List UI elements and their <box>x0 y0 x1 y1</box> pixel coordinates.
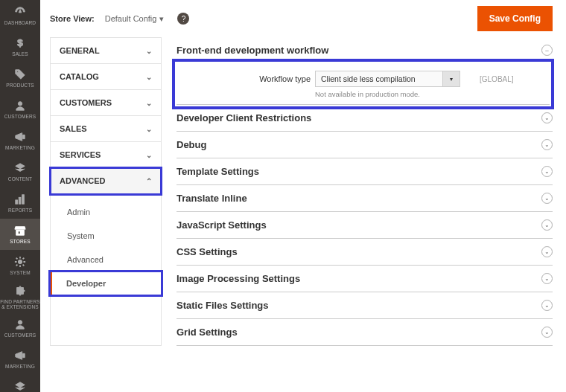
config-group-title: Front-end development workflow <box>177 45 328 56</box>
store-view-select[interactable]: Default Config ▾ <box>105 14 165 24</box>
nav-item-marketing2[interactable]: MARKETING <box>0 344 40 375</box>
collapse-icon[interactable]: – <box>541 45 553 56</box>
tree-section[interactable]: CUSTOMERS⌄ <box>51 90 161 116</box>
megaphone-icon <box>13 349 27 362</box>
config-field-row: Workflow typeClient side less compilatio… <box>225 66 550 91</box>
nav-item-label: MARKETING <box>5 364 35 370</box>
tree-section[interactable]: SALES⌄ <box>51 116 161 142</box>
config-group-title: JavaScript Settings <box>177 219 267 231</box>
megaphone-icon <box>13 130 27 144</box>
expand-icon[interactable]: ⌄ <box>541 219 553 231</box>
config-group-title: Image Processing Settings <box>177 273 300 284</box>
config-group-title: Translate Inline <box>177 193 247 204</box>
field-scope: [GLOBAL] <box>480 75 514 83</box>
tree-section-label: CATALOG <box>60 72 99 81</box>
config-group-header[interactable]: Debug⌄ <box>177 132 553 158</box>
tree-sub-item[interactable]: Advanced <box>51 248 161 271</box>
config-group-header[interactable]: CSS Settings⌄ <box>177 239 553 266</box>
expand-icon[interactable]: ⌄ <box>541 300 553 311</box>
nav-item-dashboard[interactable]: DASHBOARD <box>0 0 40 31</box>
caret-down-icon[interactable]: ▾ <box>442 71 460 87</box>
config-group-header[interactable]: Front-end development workflow– <box>177 37 553 63</box>
nav-item-stores[interactable]: STORES <box>0 219 40 250</box>
tree-section[interactable]: CATALOG⌄ <box>51 64 161 90</box>
config-group-title: Debug <box>177 139 206 150</box>
expand-icon[interactable]: ⌄ <box>541 112 553 123</box>
tree-section[interactable]: ADVANCED⌃ <box>51 168 161 194</box>
store-icon <box>13 224 27 237</box>
nav-item-label: FIND PARTNERS & EXTENSIONS <box>0 299 40 310</box>
config-content: Front-end development workflow–Workflow … <box>177 37 553 346</box>
tree-sub-item[interactable]: Admin <box>51 200 161 224</box>
field-select-value: Client side less compilation <box>315 71 442 87</box>
nav-item-label: CONTENT <box>8 176 32 182</box>
expand-icon[interactable]: ⌄ <box>541 166 553 177</box>
nav-item-marketing[interactable]: MARKETING <box>0 125 40 156</box>
field-label: Workflow type <box>225 74 311 83</box>
chevron-down-icon: ⌄ <box>146 125 152 133</box>
config-group-header[interactable]: Translate Inline⌄ <box>177 185 553 212</box>
config-group-title: CSS Settings <box>177 246 238 257</box>
config-group-header[interactable]: Grid Settings⌄ <box>177 319 553 346</box>
expand-icon[interactable]: ⌄ <box>541 139 553 150</box>
nav-item-customers2[interactable]: CUSTOMERS <box>0 312 40 344</box>
tree-section-label: SERVICES <box>60 150 101 159</box>
nav-item-content2[interactable]: CONTENT <box>0 375 40 392</box>
expand-icon[interactable]: ⌄ <box>541 327 553 338</box>
nav-item-label: STORES <box>10 239 30 245</box>
layers-icon <box>13 161 27 175</box>
tree-section-label: CUSTOMERS <box>60 98 112 107</box>
tree-section-label: ADVANCED <box>60 176 106 185</box>
config-group-header[interactable]: Developer Client Restrictions⌄ <box>177 105 553 132</box>
gauge-icon <box>13 5 27 19</box>
bars-icon <box>13 193 27 206</box>
config-group-header[interactable]: Image Processing Settings⌄ <box>177 266 553 292</box>
nav-item-label: DASHBOARD <box>4 20 36 26</box>
chevron-down-icon: ⌄ <box>146 99 152 107</box>
nav-item-products[interactable]: PRODUCTS <box>0 62 40 94</box>
nav-item-content[interactable]: CONTENT <box>0 156 40 187</box>
expand-icon[interactable]: ⌄ <box>541 273 553 284</box>
config-group-title: Static Files Settings <box>177 300 269 311</box>
help-icon[interactable]: ? <box>177 13 189 25</box>
nav-item-partners[interactable]: FIND PARTNERS & EXTENSIONS <box>0 281 40 312</box>
caret-down-icon: ▾ <box>159 14 164 24</box>
dollar-icon <box>13 36 27 50</box>
field-select[interactable]: Client side less compilation▾ <box>315 71 460 87</box>
tree-section-label: SALES <box>60 124 87 133</box>
nav-item-label: SALES <box>12 51 28 57</box>
nav-item-system[interactable]: SYSTEM <box>0 250 40 281</box>
tree-sub-item[interactable]: System <box>51 224 161 248</box>
store-view-value: Default Config <box>105 14 157 23</box>
person-icon <box>13 99 27 112</box>
config-group-header[interactable]: JavaScript Settings⌄ <box>177 212 553 239</box>
chevron-down-icon: ⌄ <box>146 73 152 81</box>
nav-item-label: REPORTS <box>8 208 32 213</box>
nav-item-sales[interactable]: SALES <box>0 31 40 62</box>
top-bar: Store View: Default Config ▾ ? Save Conf… <box>40 0 566 37</box>
tree-section[interactable]: SERVICES⌄ <box>51 142 161 168</box>
chevron-down-icon: ⌄ <box>146 151 152 159</box>
expand-icon[interactable]: ⌄ <box>541 193 553 204</box>
config-group-title: Grid Settings <box>177 327 238 338</box>
tree-section-label: GENERAL <box>60 46 100 55</box>
tree-sub-highlight: Developer <box>50 271 162 295</box>
config-group-title: Developer Client Restrictions <box>177 112 311 123</box>
config-group-header[interactable]: Template Settings⌄ <box>177 158 553 185</box>
nav-item-customers[interactable]: CUSTOMERS <box>0 94 40 125</box>
save-config-button[interactable]: Save Config <box>477 6 553 31</box>
chevron-down-icon: ⌄ <box>146 47 152 55</box>
nav-item-label: CUSTOMERS <box>4 332 36 338</box>
config-group-header[interactable]: Static Files Settings⌄ <box>177 292 553 319</box>
field-note: Not available in production mode. <box>225 90 550 98</box>
nav-item-label: PRODUCTS <box>6 83 34 89</box>
store-view-label: Store View: <box>50 14 95 23</box>
expand-icon[interactable]: ⌄ <box>541 246 553 257</box>
tree-section[interactable]: GENERAL⌄ <box>51 38 161 64</box>
gear-icon <box>13 255 27 269</box>
nav-item-label: SYSTEM <box>10 270 31 276</box>
person-icon <box>13 318 27 331</box>
tree-sub-item[interactable]: Developer <box>50 271 162 295</box>
tag-icon <box>13 68 27 81</box>
nav-item-reports[interactable]: REPORTS <box>0 187 40 219</box>
